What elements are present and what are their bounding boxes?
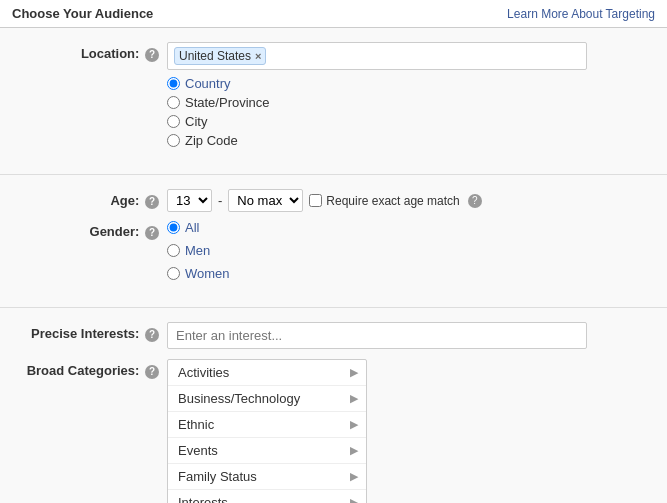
location-type-options: Country State/Province City Zip Code [167, 76, 655, 148]
radio-option-city: City [167, 114, 655, 129]
categories-list: Activities▶Business/Technology▶Ethnic▶Ev… [167, 359, 367, 503]
broad-categories-content: Activities▶Business/Technology▶Ethnic▶Ev… [167, 359, 367, 503]
category-arrow: ▶ [350, 366, 358, 379]
precise-interests-row: Precise Interests: ? [0, 322, 667, 349]
age-max-select[interactable]: No max141516 17181920 21222530 35404550 … [228, 189, 303, 212]
category-item[interactable]: Interests▶ [168, 490, 366, 503]
require-exact-label[interactable]: Require exact age match [309, 194, 459, 208]
gender-option-all: All [167, 220, 655, 235]
gender-option-women: Women [167, 266, 655, 281]
age-row: Age: ? 13141516 17181920 21222530 354045… [0, 189, 667, 212]
location-section: Location: ? United States × Country [0, 28, 667, 175]
gender-row: Gender: ? All Men Women [0, 220, 667, 285]
page-header: Choose Your Audience Learn More About Ta… [0, 0, 667, 28]
precise-interests-help-icon[interactable]: ? [145, 328, 159, 342]
broad-categories-label: Broad Categories: ? [12, 359, 167, 379]
category-item[interactable]: Events▶ [168, 438, 366, 464]
radio-zip-label[interactable]: Zip Code [185, 133, 238, 148]
category-item[interactable]: Ethnic▶ [168, 412, 366, 438]
radio-option-country: Country [167, 76, 655, 91]
category-arrow: ▶ [350, 496, 358, 503]
require-exact-help-icon[interactable]: ? [468, 194, 482, 208]
require-exact-checkbox[interactable] [309, 194, 322, 207]
age-dash: - [218, 193, 222, 208]
radio-option-zip: Zip Code [167, 133, 655, 148]
gender-help-icon[interactable]: ? [145, 226, 159, 240]
age-min-select[interactable]: 13141516 17181920 21222530 35404550 5560… [167, 189, 212, 212]
radio-all-input[interactable] [167, 221, 180, 234]
radio-country-input[interactable] [167, 77, 180, 90]
category-name: Events [178, 443, 218, 458]
category-item[interactable]: Family Status▶ [168, 464, 366, 490]
category-arrow: ▶ [350, 418, 358, 431]
gender-option-men: Men [167, 243, 655, 258]
location-row: Location: ? United States × Country [0, 42, 667, 152]
radio-zip-input[interactable] [167, 134, 180, 147]
broad-categories-help-icon[interactable]: ? [145, 365, 159, 379]
broad-categories-row: Broad Categories: ? Activities▶Business/… [0, 359, 667, 503]
location-tag-remove[interactable]: × [255, 50, 261, 62]
precise-interests-input[interactable] [167, 322, 587, 349]
gender-content: All Men Women [167, 220, 655, 285]
radio-city-input[interactable] [167, 115, 180, 128]
precise-interests-content [167, 322, 655, 349]
learn-more-link[interactable]: Learn More About Targeting [507, 7, 655, 21]
age-gender-section: Age: ? 13141516 17181920 21222530 354045… [0, 175, 667, 308]
location-help-icon[interactable]: ? [145, 48, 159, 62]
radio-women-label[interactable]: Women [185, 266, 230, 281]
location-tag-value: United States [179, 49, 251, 63]
category-name: Interests [178, 495, 228, 503]
location-tag: United States × [174, 47, 266, 65]
age-label: Age: ? [12, 189, 167, 209]
gender-options: All Men Women [167, 220, 655, 285]
radio-state-input[interactable] [167, 96, 180, 109]
radio-men-label[interactable]: Men [185, 243, 210, 258]
age-help-icon[interactable]: ? [145, 195, 159, 209]
category-item[interactable]: Activities▶ [168, 360, 366, 386]
category-arrow: ▶ [350, 470, 358, 483]
category-arrow: ▶ [350, 444, 358, 457]
radio-city-label[interactable]: City [185, 114, 207, 129]
location-content: United States × Country State/Province [167, 42, 655, 152]
page-title: Choose Your Audience [12, 6, 153, 21]
location-input-box[interactable]: United States × [167, 42, 587, 70]
location-label: Location: ? [12, 42, 167, 62]
content-area: Location: ? United States × Country [0, 28, 667, 503]
gender-label: Gender: ? [12, 220, 167, 240]
precise-interests-label: Precise Interests: ? [12, 322, 167, 342]
radio-country-label[interactable]: Country [185, 76, 231, 91]
category-name: Family Status [178, 469, 257, 484]
category-name: Business/Technology [178, 391, 300, 406]
radio-women-input[interactable] [167, 267, 180, 280]
category-name: Ethnic [178, 417, 214, 432]
radio-all-label[interactable]: All [185, 220, 199, 235]
radio-men-input[interactable] [167, 244, 180, 257]
category-item[interactable]: Business/Technology▶ [168, 386, 366, 412]
category-name: Activities [178, 365, 229, 380]
radio-state-label[interactable]: State/Province [185, 95, 270, 110]
require-exact-text: Require exact age match [326, 194, 459, 208]
interests-section: Precise Interests: ? Broad Categories: ?… [0, 308, 667, 503]
radio-option-state: State/Province [167, 95, 655, 110]
age-content: 13141516 17181920 21222530 35404550 5560… [167, 189, 655, 212]
category-arrow: ▶ [350, 392, 358, 405]
age-controls: 13141516 17181920 21222530 35404550 5560… [167, 189, 655, 212]
